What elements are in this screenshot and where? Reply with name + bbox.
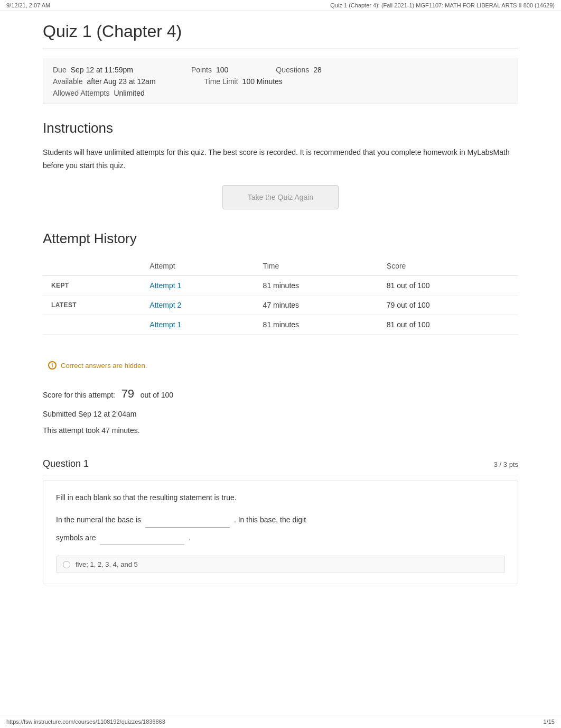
take-quiz-button[interactable]: Take the Quiz Again <box>222 185 339 209</box>
meta-row-3: Allowed Attempts Unlimited <box>53 89 508 97</box>
allowed-value: Unlimited <box>114 89 144 97</box>
row1-score: 81 out of 100 <box>378 276 518 296</box>
answer-text: five; 1, 2, 3, 4, and 5 <box>76 560 138 568</box>
score-suffix: out of 100 <box>141 391 173 399</box>
meta-points: Points 100 <box>191 66 228 74</box>
col-score: Score <box>378 256 518 276</box>
attempt1b-link[interactable]: Attempt 1 <box>149 320 181 329</box>
score-label: Score for this attempt: <box>43 391 115 399</box>
fill-line1-after: . In this base, the digit <box>234 515 306 524</box>
answer-option-1: five; 1, 2, 3, 4, and 5 <box>56 556 505 573</box>
instructions-title: Instructions <box>43 120 518 136</box>
instructions-text: Students will have unlimited attempts fo… <box>43 146 518 172</box>
col-attempt: Attempt <box>141 256 254 276</box>
due-value: Sep 12 at 11:59pm <box>71 66 133 74</box>
info-icon: i <box>48 361 57 370</box>
row3-label <box>43 315 141 335</box>
meta-allowed: Allowed Attempts Unlimited <box>53 89 145 97</box>
fill-line2-before: symbols are <box>56 533 98 542</box>
time-limit-value: 100 Minutes <box>242 77 283 86</box>
row1-attempt: Attempt 1 <box>141 276 254 296</box>
attempt-history-table: Attempt Time Score KEPT Attempt 1 81 min… <box>43 256 518 335</box>
points-label: Points <box>191 66 212 74</box>
table-header-row: Attempt Time Score <box>43 256 518 276</box>
meta-available: Available after Aug 23 at 12am <box>53 77 156 86</box>
submitted-line: Submitted Sep 12 at 2:04am <box>43 408 518 421</box>
attempt2-link[interactable]: Attempt 2 <box>149 301 181 309</box>
question-1-fill-line-2: symbols are . <box>56 531 505 546</box>
score-line: Score for this attempt: 79 out of 100 <box>43 383 518 404</box>
score-number: 79 <box>121 387 134 400</box>
row3-attempt: Attempt 1 <box>141 315 254 335</box>
questions-value: 28 <box>313 66 322 74</box>
notice-text: Correct answers are hidden. <box>61 362 147 370</box>
points-value: 100 <box>216 66 228 74</box>
meta-time-limit: Time Limit 100 Minutes <box>204 77 283 86</box>
question-1-section: Question 1 3 / 3 pts Fill in each blank … <box>43 453 518 584</box>
questions-label: Questions <box>276 66 309 74</box>
question-1-fill-line-1: In the numeral the base is . In this bas… <box>56 513 505 528</box>
fill-blank-2 <box>100 531 184 546</box>
row3-time: 81 minutes <box>255 315 378 335</box>
question-1-box: Fill in each blank so that the resulting… <box>43 481 518 584</box>
meta-due: Due Sep 12 at 11:59pm <box>53 66 133 74</box>
meta-row-1: Due Sep 12 at 11:59pm Points 100 Questio… <box>53 66 508 74</box>
fill-blank-1 <box>145 513 230 528</box>
meta-row-2: Available after Aug 23 at 12am Time Limi… <box>53 77 508 86</box>
table-row: KEPT Attempt 1 81 minutes 81 out of 100 <box>43 276 518 296</box>
fill-line2-end: . <box>189 533 191 542</box>
row3-score: 81 out of 100 <box>378 315 518 335</box>
question-1-instruction: Fill in each blank so that the resulting… <box>56 492 505 504</box>
row1-label: KEPT <box>43 276 141 296</box>
row2-time: 47 minutes <box>255 296 378 315</box>
question-1-pts: 3 / 3 pts <box>494 460 518 468</box>
due-label: Due <box>53 66 67 74</box>
col-label <box>43 256 141 276</box>
radio-icon <box>63 561 70 568</box>
question-1-title: Question 1 <box>43 458 89 469</box>
available-value: after Aug 23 at 12am <box>87 77 156 86</box>
duration-line: This attempt took 47 minutes. <box>43 424 518 437</box>
attempt1-link[interactable]: Attempt 1 <box>149 281 181 290</box>
meta-questions: Questions 28 <box>276 66 322 74</box>
browser-timestamp: 9/12/21, 2:07 AM <box>6 2 50 8</box>
col-time: Time <box>255 256 378 276</box>
score-info-section: Score for this attempt: 79 out of 100 Su… <box>43 383 518 437</box>
quiz-meta: Due Sep 12 at 11:59pm Points 100 Questio… <box>43 59 518 104</box>
row2-attempt: Attempt 2 <box>141 296 254 315</box>
row2-label: LATEST <box>43 296 141 315</box>
table-row: Attempt 1 81 minutes 81 out of 100 <box>43 315 518 335</box>
instructions-section: Instructions Students will have unlimite… <box>43 120 518 172</box>
row1-time: 81 minutes <box>255 276 378 296</box>
question-1-header: Question 1 3 / 3 pts <box>43 453 518 475</box>
row2-score: 79 out of 100 <box>378 296 518 315</box>
allowed-label: Allowed Attempts <box>53 89 109 97</box>
time-limit-label: Time Limit <box>204 77 238 86</box>
attempt-history-section: Attempt History Attempt Time Score KEPT … <box>43 231 518 335</box>
page-wrapper: Quiz 1 (Chapter 4) Due Sep 12 at 11:59pm… <box>27 11 534 616</box>
correct-answers-notice: i Correct answers are hidden. <box>43 356 518 375</box>
browser-bar: 9/12/21, 2:07 AM Quiz 1 (Chapter 4): (Fa… <box>0 0 561 11</box>
available-label: Available <box>53 77 83 86</box>
browser-tab-title: Quiz 1 (Chapter 4): (Fall 2021-1) MGF110… <box>330 2 555 8</box>
table-row: LATEST Attempt 2 47 minutes 79 out of 10… <box>43 296 518 315</box>
page-title: Quiz 1 (Chapter 4) <box>43 22 518 49</box>
attempt-history-title: Attempt History <box>43 231 518 247</box>
fill-line1-before: In the numeral the base is <box>56 515 143 524</box>
